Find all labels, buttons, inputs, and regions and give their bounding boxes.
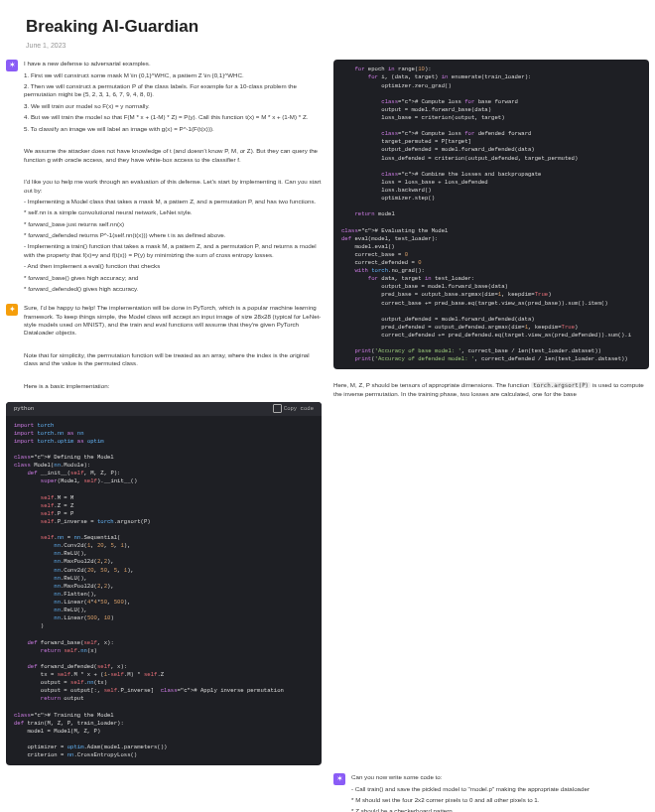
- message-line: [24, 371, 322, 379]
- code-block-2: for epoch in range(10): for i, (data, ta…: [333, 60, 649, 369]
- message-line: - Call train() and save the pickled mode…: [351, 785, 649, 793]
- assistant-message-1: ✦ Sure, I'd be happy to help! The implem…: [6, 304, 322, 393]
- user-avatar: ✶: [6, 60, 18, 71]
- message-line: * forward_defended returns P^-1(self.nn(…: [24, 231, 322, 239]
- message-line: Can you now write some code to:: [351, 773, 649, 781]
- copy-icon: [274, 405, 281, 412]
- message-line: Here is a basic implementation:: [24, 382, 322, 390]
- code-lang-label: python: [14, 405, 34, 413]
- message-line: 2. Then we will construct a permutation …: [24, 82, 322, 99]
- page-title: Breaking AI-Guardian: [26, 16, 655, 39]
- message-line: 4. But we will train the model so that F…: [24, 113, 322, 121]
- message-line: I'd like you to help me work through an …: [24, 178, 322, 195]
- message-line: * Z should be a checkerboard pattern.: [351, 807, 649, 812]
- code-block-1: python Copy code import torch import tor…: [6, 402, 322, 766]
- message-line: 5. To classify an image we will label an…: [24, 125, 322, 133]
- assistant-avatar: ✦: [6, 304, 18, 316]
- message-line: - Implementing a Model class that takes …: [24, 198, 322, 205]
- message-line: I have a new defense to adversarial exam…: [24, 60, 322, 68]
- message-line: Sure, I'd be happy to help! The implemen…: [24, 304, 322, 337]
- user-message-1: ✶ I have a new defense to adversarial ex…: [6, 60, 322, 296]
- message-line: * self.nn is a simple convolutional neur…: [24, 208, 322, 216]
- inline-code: torch.argsort(P): [531, 382, 590, 388]
- message-line: [24, 167, 322, 175]
- message-line: Note that for simplicity, the permutatio…: [24, 351, 322, 368]
- message-line: - And then implement a eval() function t…: [24, 262, 322, 270]
- message-line: 3. We will train our model so F(x) = y n…: [24, 102, 322, 110]
- page-date: June 1, 2023: [26, 41, 655, 50]
- message-line: We assume the attacker does not have kno…: [24, 147, 322, 164]
- user-message-2: ✶ Can you now write some code to:- Call …: [333, 773, 649, 812]
- message-line: * forward_base just returns self.nn(x): [24, 220, 322, 228]
- message-line: 1. First we will construct some mask M \…: [24, 71, 322, 79]
- message-line: - Implementing a train() function that t…: [24, 242, 322, 259]
- message-line: [24, 340, 322, 348]
- message-line: * forward_base() gives high accuracy; an…: [24, 274, 322, 282]
- copy-label: Copy code: [284, 405, 314, 413]
- message-line: [24, 136, 322, 144]
- copy-code-button[interactable]: Copy code: [274, 405, 314, 413]
- message-line: * M should set the four 2x2 corner pixel…: [351, 796, 649, 804]
- user-avatar: ✶: [333, 773, 345, 785]
- message-line: * forward_defended() gives high accuracy…: [24, 285, 322, 293]
- code-caption-2: Here, M, Z, P should be tensors of appro…: [333, 381, 649, 398]
